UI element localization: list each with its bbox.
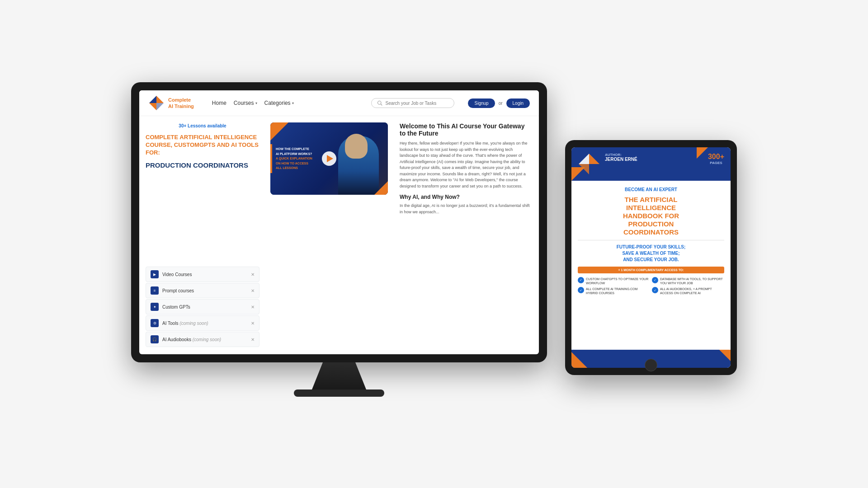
svg-marker-0 — [156, 96, 164, 103]
sidebar-label-ai-tools: AI Tools (coming soon) — [162, 321, 208, 326]
tablet-pages-badge: 300+ PAGES — [708, 153, 724, 165]
sidebar-menu: ▶ Video Courses ✕ ≡ Prompt courses — [146, 267, 259, 347]
sidebar-item-video-courses[interactable]: ▶ Video Courses ✕ — [146, 267, 259, 282]
or-label: or — [499, 101, 503, 106]
close-icon-gpts[interactable]: ✕ — [251, 305, 255, 310]
tablet-header: AUTHOR: JEROEN ERNÉ 300+ PAGES — [571, 147, 731, 181]
navbar: Complete AI Training Home Courses ▾ — [139, 90, 539, 116]
custom-gpts-icon: ✦ — [151, 303, 159, 311]
tablet-main-title: THE ARTIFICIAL INTELLIGENCE HANDBOOK FOR… — [578, 196, 724, 236]
courses-chevron-icon: ▾ — [255, 101, 257, 105]
tablet-body: BECOME AN AI EXPERT THE ARTIFICIAL INTEL… — [571, 181, 731, 350]
lessons-badge: 30+ Lessons available — [146, 123, 259, 128]
feature-icon-4: ✓ — [652, 287, 658, 293]
search-icon — [377, 100, 382, 106]
search-input[interactable] — [385, 101, 448, 106]
left-panel: 30+ Lessons available COMPLETE ARTIFICIA… — [139, 116, 266, 354]
prompt-courses-icon: ≡ — [151, 286, 159, 295]
tablet-home-button[interactable] — [645, 359, 657, 371]
close-icon-prompt[interactable]: ✕ — [251, 288, 255, 293]
tablet-features: ✓ CUSTOM CHATGPTS TO OPTIMIZE YOUR WORKF… — [578, 277, 724, 295]
categories-chevron-icon: ▾ — [292, 101, 294, 105]
tablet-feature-1: ✓ CUSTOM CHATGPTS TO OPTIMIZE YOUR WORKF… — [578, 277, 650, 285]
scene: Complete AI Training Home Courses ▾ — [0, 0, 868, 488]
video-courses-icon: ▶ — [151, 270, 159, 278]
tablet-pages-num: 300+ — [708, 153, 724, 161]
svg-marker-7 — [579, 154, 589, 164]
signup-button[interactable]: Signup — [468, 99, 495, 108]
sidebar-label-custom-gpts: Custom GPTs — [162, 305, 190, 310]
website: Complete AI Training Home Courses ▾ — [139, 90, 539, 354]
tablet-become-expert: BECOME AN AI EXPERT — [578, 187, 724, 192]
svg-marker-3 — [156, 103, 164, 110]
feature-icon-2: ✓ — [652, 277, 658, 283]
monitor-screen: Complete AI Training Home Courses ▾ — [139, 90, 539, 354]
svg-point-4 — [378, 101, 382, 105]
svg-marker-2 — [149, 103, 156, 110]
svg-marker-6 — [589, 154, 599, 164]
nav-categories[interactable]: Categories ▾ — [264, 100, 294, 106]
tablet-header-tri-left — [571, 167, 585, 181]
sidebar-label-ai-audiobooks: AI Audiobooks (coming soon) — [162, 337, 221, 342]
ai-audiobooks-icon: 🎧 — [151, 335, 159, 343]
main-content: 30+ Lessons available COMPLETE ARTIFICIA… — [139, 116, 539, 354]
sidebar-label-prompt-courses: Prompt courses — [162, 288, 194, 293]
article-subtitle2: Why AI, and Why Now? — [400, 194, 532, 200]
right-panel: Welcome to This AI Course Your Gateway t… — [392, 116, 539, 354]
ai-tools-icon: ⚙ — [151, 319, 159, 327]
tablet-footer-tri-left — [571, 352, 587, 368]
center-panel: HOW THE COMPLETE AI PLATFORM WORKS? A QU… — [266, 116, 392, 354]
tablet: AUTHOR: JEROEN ERNÉ 300+ PAGES BECOME AN… — [565, 140, 737, 375]
video-container[interactable]: HOW THE COMPLETE AI PLATFORM WORKS? A QU… — [270, 122, 388, 195]
tablet-bonus-badge: + 1 MONTH COMPLIMENTARY ACCESS TO: — [578, 267, 724, 273]
tablet-feature-2: ✓ DATABASE WITH AI TOOLS, TO SUPPORT YOU… — [652, 277, 724, 285]
nav-courses[interactable]: Courses ▾ — [234, 100, 257, 106]
hero-title: COMPLETE ARTIFICIAL INTELLIGENCE COURSE,… — [146, 134, 259, 157]
logo-text: Complete AI Training — [168, 97, 194, 110]
nav-search-bar[interactable] — [371, 98, 454, 108]
svg-line-5 — [381, 104, 382, 105]
monitor: Complete AI Training Home Courses ▾ — [131, 82, 547, 362]
sidebar-item-prompt-courses[interactable]: ≡ Prompt courses ✕ — [146, 283, 259, 298]
tablet-feature-3: ✓ ALL COMPLETE AI TRAINING.COM HYBRID CO… — [578, 287, 650, 295]
sidebar-label-video-courses: Video Courses — [162, 272, 192, 277]
svg-marker-1 — [149, 96, 156, 103]
login-button[interactable]: Login — [506, 99, 530, 108]
close-icon-video[interactable]: ✕ — [251, 272, 255, 277]
tablet-screen: AUTHOR: JEROEN ERNÉ 300+ PAGES BECOME AN… — [571, 147, 731, 368]
logo-icon — [148, 95, 165, 111]
video-overlay — [270, 122, 388, 195]
feature-icon-1: ✓ — [578, 277, 584, 283]
close-icon-audiobooks[interactable]: ✕ — [251, 337, 255, 342]
monitor-base — [294, 389, 384, 397]
video-scene: HOW THE COMPLETE AI PLATFORM WORKS? A QU… — [270, 122, 388, 195]
tablet-feature-4: ✓ ALL AI AUDIOBOOKS, + A PROMPT ACCESS O… — [652, 287, 724, 295]
tablet-wrapper: AUTHOR: JEROEN ERNÉ 300+ PAGES BECOME AN… — [565, 140, 737, 375]
nav-actions: Signup or Login — [468, 99, 530, 108]
tablet-footer-tri-right — [719, 350, 731, 361]
tablet-header-tri-right — [697, 147, 708, 159]
logo[interactable]: Complete AI Training — [148, 95, 194, 111]
tablet-divider — [578, 240, 724, 240]
monitor-stand — [312, 362, 366, 389]
article-title: Welcome to This AI Course Your Gateway t… — [400, 122, 532, 137]
play-button[interactable] — [322, 151, 336, 166]
sidebar-item-ai-tools[interactable]: ⚙ AI Tools (coming soon) ✕ — [146, 315, 259, 331]
sidebar-item-custom-gpts[interactable]: ✦ Custom GPTs ✕ — [146, 299, 259, 314]
play-icon — [327, 155, 333, 162]
close-icon-tools[interactable]: ✕ — [251, 321, 255, 326]
nav-links: Home Courses ▾ Categories ▾ — [212, 100, 294, 106]
tablet-pages-label: PAGES — [708, 161, 724, 165]
hero-subtitle: PRODUCTION COORDINATORS — [146, 161, 259, 169]
monitor-wrapper: Complete AI Training Home Courses ▾ — [131, 82, 547, 397]
nav-home[interactable]: Home — [212, 100, 226, 106]
sidebar-item-ai-audiobooks[interactable]: 🎧 AI Audiobooks (coming soon) ✕ — [146, 332, 259, 347]
article-body2: In the digital age, AI is no longer just… — [400, 203, 532, 215]
feature-icon-3: ✓ — [578, 287, 584, 293]
tablet-future-text: FUTURE-PROOF YOUR SKILLS; SAVE A WEALTH … — [578, 244, 724, 263]
article-body: Hey there, fellow web developer! If you'… — [400, 141, 532, 189]
